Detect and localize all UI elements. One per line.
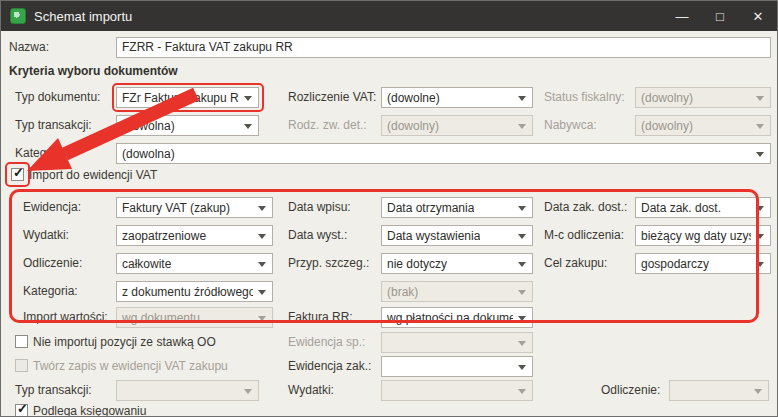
brak-select: (brak) bbox=[381, 281, 533, 302]
maximize-button[interactable]: □ bbox=[701, 1, 739, 31]
status-fiskalny-select: (dowolny) bbox=[635, 87, 771, 108]
app-icon bbox=[10, 8, 26, 24]
titlebar[interactable]: Schemat importu — □ ✕ bbox=[1, 1, 777, 31]
data-wpisu-value: Data otrzymania bbox=[387, 201, 474, 215]
rozliczenie-vat-label: Rozliczenie VAT: bbox=[288, 87, 376, 108]
odliczenie-label: Odliczenie: bbox=[23, 253, 82, 274]
typ-dokumentu-label: Typ dokumentu: bbox=[15, 87, 100, 108]
data-zak-dost-value: Data zak. dost. bbox=[641, 201, 721, 215]
data-zak-dost-label: Data zak. dost.: bbox=[544, 197, 627, 218]
ewidencja-zak-label: Ewidencja zak.: bbox=[288, 356, 371, 377]
podlega-ksiegowaniu-label: Podlega księgowaniu bbox=[33, 401, 146, 417]
schemat-importu-dialog: Schemat importu — □ ✕ Nazwa: FZRR - Fakt… bbox=[0, 0, 778, 417]
rozliczenie-vat-select[interactable]: (dowolne) bbox=[381, 87, 533, 108]
ewidencja-sp-select bbox=[381, 332, 533, 353]
tworz-zapis-checkbox bbox=[15, 359, 28, 372]
wydatki-dolne-label: Wydatki: bbox=[288, 380, 334, 401]
window-title: Schemat importu bbox=[34, 9, 132, 24]
data-wyst-select[interactable]: Data wystawienia bbox=[381, 225, 533, 246]
mc-odliczenia-value: bieżący wg daty uzysk. bbox=[641, 229, 751, 243]
faktura-rr-label: Faktura RR: bbox=[288, 307, 353, 328]
import-do-ewidencji-checkbox[interactable] bbox=[11, 168, 24, 181]
status-fiskalny-label: Status fiskalny: bbox=[544, 87, 625, 108]
nie-importuj-checkbox[interactable] bbox=[15, 335, 28, 348]
typ-dokumentu-value: FZr Faktura zakupu RR bbox=[122, 91, 239, 105]
wydatki-select[interactable]: zaopatrzeniowe bbox=[116, 225, 273, 246]
mc-odliczenia-select[interactable]: bieżący wg daty uzysk. bbox=[635, 225, 771, 246]
nazwa-input[interactable]: FZRR - Faktura VAT zakupu RR bbox=[116, 37, 771, 58]
tworz-zapis-label: Twórz zapis w ewidencji VAT zakupu bbox=[33, 356, 228, 377]
wydatki-dolne-select bbox=[381, 380, 533, 401]
window-controls: — □ ✕ bbox=[663, 1, 777, 31]
import-do-ewidencji-label: Import do ewidencji VAT bbox=[29, 165, 157, 186]
rodz-zw-det-select: (dowolny) bbox=[381, 115, 533, 136]
brak-value: (brak) bbox=[387, 285, 418, 299]
faktura-rr-value: wg płatności na dokumen bbox=[387, 311, 513, 325]
wydatki-value: zaopatrzeniowe bbox=[122, 229, 206, 243]
kategoria-value: (dowolna) bbox=[122, 147, 175, 161]
ewidencja-sp-label: Ewidencja sp.: bbox=[288, 332, 365, 353]
nie-importuj-label: Nie importuj pozycji ze stawką OO bbox=[33, 332, 216, 353]
import-wartosci-select: wg dokumentu bbox=[116, 307, 273, 328]
typ-transakcji-label: Typ transakcji: bbox=[15, 115, 92, 136]
data-wpisu-label: Data wpisu: bbox=[288, 197, 351, 218]
data-wpisu-select[interactable]: Data otrzymania bbox=[381, 197, 533, 218]
typ-transakcji-value: (dowolna) bbox=[122, 119, 175, 133]
podlega-ksiegowaniu-checkbox[interactable] bbox=[15, 404, 28, 417]
typ-transakcji-select[interactable]: (dowolna) bbox=[116, 115, 259, 136]
close-button[interactable]: ✕ bbox=[739, 1, 777, 31]
kategoria-zrodlo-value: z dokumentu źródłowego bbox=[122, 285, 253, 299]
rozliczenie-vat-value: (dowolne) bbox=[387, 91, 440, 105]
kategoria-zrodlo-label: Kategoria: bbox=[23, 281, 78, 302]
kryteria-header: Kryteria wyboru dokumentów bbox=[9, 64, 178, 78]
rodz-zw-det-label: Rodz. zw. det.: bbox=[288, 115, 367, 136]
cel-zakupu-select[interactable]: gospodarczy bbox=[635, 253, 771, 274]
ewidencja-select[interactable]: Faktury VAT (zakup) bbox=[116, 197, 273, 218]
nabywca-value: (dowolny) bbox=[641, 119, 693, 133]
przyp-szczeg-value: nie dotyczy bbox=[387, 257, 447, 271]
import-wartosci-label: Import wartości: bbox=[23, 307, 108, 328]
wydatki-label: Wydatki: bbox=[23, 225, 69, 246]
kategoria-label: Kategoria: bbox=[15, 143, 70, 164]
przyp-szczeg-select[interactable]: nie dotyczy bbox=[381, 253, 533, 274]
data-wyst-label: Data wyst.: bbox=[288, 225, 347, 246]
kategoria-zrodlo-select[interactable]: z dokumentu źródłowego bbox=[116, 281, 273, 302]
status-fiskalny-value: (dowolny) bbox=[641, 91, 693, 105]
odliczenie-dolne-label: Odliczenie: bbox=[601, 380, 660, 401]
nazwa-label: Nazwa: bbox=[9, 37, 49, 58]
typ-dokumentu-select[interactable]: FZr Faktura zakupu RR bbox=[116, 87, 259, 108]
typ-transakcji-dolny-label: Typ transakcji: bbox=[15, 380, 92, 401]
cel-zakupu-value: gospodarczy bbox=[641, 257, 709, 271]
ewidencja-label: Ewidencja: bbox=[23, 197, 81, 218]
odliczenie-dolne-select bbox=[669, 380, 769, 401]
typ-transakcji-dolny-select bbox=[116, 380, 259, 401]
import-wartosci-value: wg dokumentu bbox=[122, 311, 200, 325]
odliczenie-select[interactable]: całkowite bbox=[116, 253, 273, 274]
minimize-button[interactable]: — bbox=[663, 1, 701, 31]
odliczenie-value: całkowite bbox=[122, 257, 171, 271]
data-zak-dost-select[interactable]: Data zak. dost. bbox=[635, 197, 771, 218]
faktura-rr-select[interactable]: wg płatności na dokumen bbox=[381, 307, 533, 328]
nabywca-select: (dowolny) bbox=[635, 115, 771, 136]
ewidencja-zak-select[interactable] bbox=[381, 356, 533, 377]
kategoria-select[interactable]: (dowolna) bbox=[116, 143, 771, 164]
nabywca-label: Nabywca: bbox=[544, 115, 597, 136]
rodz-zw-det-value: (dowolny) bbox=[387, 119, 439, 133]
cel-zakupu-label: Cel zakupu: bbox=[544, 253, 607, 274]
przyp-szczeg-label: Przyp. szczeg.: bbox=[288, 253, 369, 274]
data-wyst-value: Data wystawienia bbox=[387, 229, 480, 243]
ewidencja-value: Faktury VAT (zakup) bbox=[122, 201, 230, 215]
mc-odliczenia-label: M-c odliczenia: bbox=[544, 225, 624, 246]
